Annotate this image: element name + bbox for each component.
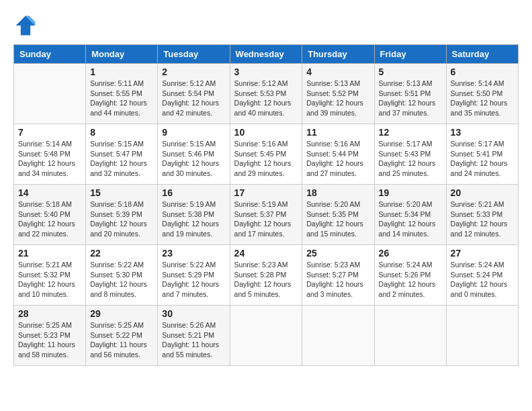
day-number: 18 — [306, 187, 369, 198]
day-info: Sunrise: 5:16 AM Sunset: 5:45 PM Dayligh… — [234, 139, 298, 179]
logo-icon — [13, 13, 38, 38]
day-number: 27 — [451, 248, 514, 259]
calendar-cell: 30Sunrise: 5:26 AM Sunset: 5:21 PM Dayli… — [158, 306, 230, 366]
day-number: 22 — [90, 248, 153, 259]
calendar-cell: 24Sunrise: 5:23 AM Sunset: 5:28 PM Dayli… — [230, 245, 302, 306]
day-number: 20 — [451, 187, 514, 198]
day-number: 3 — [234, 66, 298, 77]
day-info: Sunrise: 5:23 AM Sunset: 5:27 PM Dayligh… — [306, 260, 369, 300]
day-number: 7 — [18, 127, 81, 138]
day-info: Sunrise: 5:20 AM Sunset: 5:35 PM Dayligh… — [306, 199, 369, 239]
calendar-cell: 12Sunrise: 5:17 AM Sunset: 5:43 PM Dayli… — [374, 124, 446, 185]
calendar-cell: 1Sunrise: 5:11 AM Sunset: 5:55 PM Daylig… — [86, 64, 158, 124]
calendar-cell — [374, 306, 446, 366]
logo — [13, 13, 40, 38]
calendar-week-row: 14Sunrise: 5:18 AM Sunset: 5:40 PM Dayli… — [14, 185, 519, 245]
day-number: 25 — [306, 248, 369, 259]
calendar-cell: 28Sunrise: 5:25 AM Sunset: 5:23 PM Dayli… — [14, 306, 86, 366]
day-info: Sunrise: 5:17 AM Sunset: 5:41 PM Dayligh… — [451, 139, 514, 179]
calendar-cell: 16Sunrise: 5:19 AM Sunset: 5:38 PM Dayli… — [158, 185, 230, 245]
day-number: 8 — [90, 127, 153, 138]
weekday-header: Sunday — [14, 45, 86, 64]
day-number: 15 — [90, 187, 153, 198]
calendar-week-row: 7Sunrise: 5:14 AM Sunset: 5:48 PM Daylig… — [14, 124, 519, 185]
day-number: 6 — [451, 66, 514, 77]
day-info: Sunrise: 5:20 AM Sunset: 5:34 PM Dayligh… — [379, 199, 442, 239]
calendar-cell: 8Sunrise: 5:15 AM Sunset: 5:47 PM Daylig… — [86, 124, 158, 185]
calendar-cell: 25Sunrise: 5:23 AM Sunset: 5:27 PM Dayli… — [302, 245, 374, 306]
calendar-cell: 21Sunrise: 5:21 AM Sunset: 5:32 PM Dayli… — [14, 245, 86, 306]
calendar-week-row: 21Sunrise: 5:21 AM Sunset: 5:32 PM Dayli… — [14, 245, 519, 306]
calendar-week-row: 1Sunrise: 5:11 AM Sunset: 5:55 PM Daylig… — [14, 64, 519, 124]
day-info: Sunrise: 5:12 AM Sunset: 5:54 PM Dayligh… — [162, 79, 225, 118]
day-number: 21 — [18, 248, 81, 259]
day-number: 5 — [379, 66, 442, 77]
calendar-cell: 17Sunrise: 5:19 AM Sunset: 5:37 PM Dayli… — [230, 185, 302, 245]
calendar-cell: 3Sunrise: 5:12 AM Sunset: 5:53 PM Daylig… — [230, 64, 302, 124]
day-info: Sunrise: 5:13 AM Sunset: 5:51 PM Dayligh… — [379, 79, 442, 118]
day-info: Sunrise: 5:12 AM Sunset: 5:53 PM Dayligh… — [234, 79, 298, 118]
day-info: Sunrise: 5:13 AM Sunset: 5:52 PM Dayligh… — [306, 79, 369, 118]
day-number: 10 — [234, 127, 298, 138]
calendar-cell — [14, 64, 86, 124]
day-info: Sunrise: 5:14 AM Sunset: 5:48 PM Dayligh… — [18, 139, 81, 179]
day-info: Sunrise: 5:21 AM Sunset: 5:33 PM Dayligh… — [451, 199, 514, 239]
day-info: Sunrise: 5:25 AM Sunset: 5:23 PM Dayligh… — [18, 320, 81, 360]
day-number: 1 — [90, 66, 153, 77]
day-number: 14 — [18, 187, 81, 198]
weekday-header: Monday — [86, 45, 158, 64]
calendar-cell: 13Sunrise: 5:17 AM Sunset: 5:41 PM Dayli… — [446, 124, 518, 185]
day-number: 4 — [306, 66, 369, 77]
day-number: 11 — [306, 127, 369, 138]
calendar-cell: 2Sunrise: 5:12 AM Sunset: 5:54 PM Daylig… — [158, 64, 230, 124]
calendar-cell: 29Sunrise: 5:25 AM Sunset: 5:22 PM Dayli… — [86, 306, 158, 366]
calendar-cell: 27Sunrise: 5:24 AM Sunset: 5:24 PM Dayli… — [446, 245, 518, 306]
day-number: 17 — [234, 187, 298, 198]
day-number: 30 — [162, 308, 225, 319]
day-number: 23 — [162, 248, 225, 259]
calendar-week-row: 28Sunrise: 5:25 AM Sunset: 5:23 PM Dayli… — [14, 306, 519, 366]
calendar-cell: 4Sunrise: 5:13 AM Sunset: 5:52 PM Daylig… — [302, 64, 374, 124]
day-number: 2 — [162, 66, 225, 77]
day-info: Sunrise: 5:18 AM Sunset: 5:40 PM Dayligh… — [18, 199, 81, 239]
calendar-cell: 23Sunrise: 5:22 AM Sunset: 5:29 PM Dayli… — [158, 245, 230, 306]
day-number: 19 — [379, 187, 442, 198]
day-info: Sunrise: 5:26 AM Sunset: 5:21 PM Dayligh… — [162, 320, 225, 360]
weekday-header: Tuesday — [158, 45, 230, 64]
day-info: Sunrise: 5:24 AM Sunset: 5:24 PM Dayligh… — [451, 260, 514, 300]
weekday-header: Thursday — [302, 45, 374, 64]
calendar-cell — [230, 306, 302, 366]
day-info: Sunrise: 5:22 AM Sunset: 5:29 PM Dayligh… — [162, 260, 225, 300]
day-info: Sunrise: 5:11 AM Sunset: 5:55 PM Dayligh… — [90, 79, 153, 118]
calendar-cell: 14Sunrise: 5:18 AM Sunset: 5:40 PM Dayli… — [14, 185, 86, 245]
calendar: SundayMondayTuesdayWednesdayThursdayFrid… — [13, 44, 519, 366]
calendar-cell: 20Sunrise: 5:21 AM Sunset: 5:33 PM Dayli… — [446, 185, 518, 245]
weekday-header: Saturday — [446, 45, 518, 64]
calendar-cell: 26Sunrise: 5:24 AM Sunset: 5:26 PM Dayli… — [374, 245, 446, 306]
calendar-cell: 7Sunrise: 5:14 AM Sunset: 5:48 PM Daylig… — [14, 124, 86, 185]
day-info: Sunrise: 5:15 AM Sunset: 5:46 PM Dayligh… — [162, 139, 225, 179]
calendar-cell — [302, 306, 374, 366]
day-number: 28 — [18, 308, 81, 319]
calendar-cell: 22Sunrise: 5:22 AM Sunset: 5:30 PM Dayli… — [86, 245, 158, 306]
svg-marker-0 — [16, 16, 36, 36]
day-info: Sunrise: 5:17 AM Sunset: 5:43 PM Dayligh… — [379, 139, 442, 179]
day-info: Sunrise: 5:19 AM Sunset: 5:37 PM Dayligh… — [234, 199, 298, 239]
weekday-header: Wednesday — [230, 45, 302, 64]
day-info: Sunrise: 5:18 AM Sunset: 5:39 PM Dayligh… — [90, 199, 153, 239]
day-info: Sunrise: 5:14 AM Sunset: 5:50 PM Dayligh… — [451, 79, 514, 118]
day-info: Sunrise: 5:16 AM Sunset: 5:44 PM Dayligh… — [306, 139, 369, 179]
day-number: 26 — [379, 248, 442, 259]
day-info: Sunrise: 5:22 AM Sunset: 5:30 PM Dayligh… — [90, 260, 153, 300]
day-info: Sunrise: 5:24 AM Sunset: 5:26 PM Dayligh… — [379, 260, 442, 300]
calendar-cell: 19Sunrise: 5:20 AM Sunset: 5:34 PM Dayli… — [374, 185, 446, 245]
weekday-header: Friday — [374, 45, 446, 64]
day-info: Sunrise: 5:19 AM Sunset: 5:38 PM Dayligh… — [162, 199, 225, 239]
day-info: Sunrise: 5:21 AM Sunset: 5:32 PM Dayligh… — [18, 260, 81, 300]
day-info: Sunrise: 5:23 AM Sunset: 5:28 PM Dayligh… — [234, 260, 298, 300]
page-header — [13, 13, 519, 38]
day-number: 12 — [379, 127, 442, 138]
calendar-cell — [446, 306, 518, 366]
calendar-cell: 6Sunrise: 5:14 AM Sunset: 5:50 PM Daylig… — [446, 64, 518, 124]
calendar-header-row: SundayMondayTuesdayWednesdayThursdayFrid… — [14, 45, 519, 64]
